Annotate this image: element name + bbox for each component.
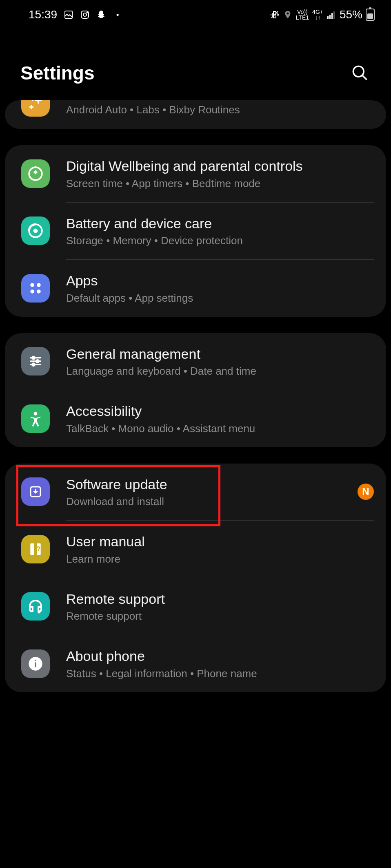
svg-point-17 xyxy=(37,289,41,294)
apps-icon xyxy=(21,274,50,303)
status-time: 15:39 xyxy=(29,8,57,21)
status-bar: 15:39 ● Vo)) LTE1 4G+ ↓↑ 55% xyxy=(0,0,391,29)
row-subtitle: Storage • Memory • Device protection xyxy=(66,234,374,247)
svg-point-2 xyxy=(83,13,87,16)
svg-point-9 xyxy=(353,66,364,77)
vibrate-icon xyxy=(270,10,280,20)
row-text: Accessibility TalkBack • Mono audio • As… xyxy=(66,402,374,435)
settings-row-accessibility[interactable]: Accessibility TalkBack • Mono audio • As… xyxy=(5,390,386,447)
location-icon xyxy=(283,10,293,20)
settings-group-0: Android Auto • Labs • Bixby Routines xyxy=(5,100,386,129)
row-subtitle: Android Auto • Labs • Bixby Routines xyxy=(66,104,374,116)
row-title: User manual xyxy=(66,533,374,550)
notification-badge: N xyxy=(358,484,374,500)
svg-point-24 xyxy=(34,412,38,415)
svg-point-21 xyxy=(32,357,35,360)
net-4g-label: 4G+ ↓↑ xyxy=(312,9,323,20)
row-subtitle: Language and keyboard • Date and time xyxy=(66,365,374,378)
row-title: About phone xyxy=(66,647,374,665)
row-title: Software update xyxy=(66,476,349,493)
row-subtitle: Remote support xyxy=(66,610,374,623)
settings-row-user-manual[interactable]: ? User manual Learn more xyxy=(5,521,386,578)
dot-icon: ● xyxy=(113,10,122,20)
signal-icon xyxy=(327,10,336,20)
user-manual-icon: ? xyxy=(21,535,50,563)
settings-row-general-management[interactable]: General management Language and keyboard… xyxy=(5,333,386,390)
row-text: Android Auto • Labs • Bixby Routines xyxy=(66,101,374,116)
svg-line-10 xyxy=(362,75,367,80)
settings-row-battery-device-care[interactable]: Battery and device care Storage • Memory… xyxy=(5,203,386,260)
row-text: About phone Status • Legal information •… xyxy=(66,647,374,680)
svg-point-13 xyxy=(34,230,37,232)
wellbeing-icon xyxy=(21,159,50,188)
battery-icon xyxy=(366,9,375,21)
general-icon xyxy=(21,347,50,375)
instagram-icon xyxy=(80,10,90,20)
gallery-icon xyxy=(64,10,73,20)
settings-row-digital-wellbeing[interactable]: Digital Wellbeing and parental controls … xyxy=(5,145,386,202)
settings-group-2: General management Language and keyboard… xyxy=(5,333,386,447)
svg-rect-6 xyxy=(329,15,331,19)
row-subtitle: Learn more xyxy=(66,553,374,565)
svg-point-16 xyxy=(30,289,34,294)
snapchat-icon xyxy=(96,10,106,20)
row-title: Battery and device care xyxy=(66,215,374,232)
svg-point-15 xyxy=(37,283,41,287)
svg-point-3 xyxy=(87,12,88,13)
svg-point-27 xyxy=(38,611,40,614)
row-subtitle: Status • Legal information • Phone name xyxy=(66,667,374,680)
settings-group-1: Digital Wellbeing and parental controls … xyxy=(5,145,386,317)
row-text: Digital Wellbeing and parental controls … xyxy=(66,157,374,190)
svg-text:?: ? xyxy=(36,546,40,552)
svg-rect-8 xyxy=(333,11,335,19)
battery-pct: 55% xyxy=(340,8,362,21)
settings-row-remote-support[interactable]: Remote support Remote support xyxy=(5,578,386,635)
row-title: Accessibility xyxy=(66,402,374,420)
row-subtitle: Download and install xyxy=(66,495,349,508)
svg-rect-29 xyxy=(35,662,36,667)
settings-row-advanced-features[interactable]: Android Auto • Labs • Bixby Routines xyxy=(5,100,386,129)
row-title: Apps xyxy=(66,272,374,289)
settings-header: Settings xyxy=(0,29,391,100)
advanced-features-icon xyxy=(21,100,50,117)
row-text: Battery and device care Storage • Memory… xyxy=(66,215,374,247)
status-right: Vo)) LTE1 4G+ ↓↑ 55% xyxy=(270,8,375,21)
row-text: Software update Download and install xyxy=(66,476,349,508)
settings-group-3: Software update Download and install N ?… xyxy=(5,464,386,692)
row-title: Digital Wellbeing and parental controls xyxy=(66,157,374,175)
row-title: General management xyxy=(66,345,374,363)
row-subtitle: Default apps • App settings xyxy=(66,292,374,305)
about-phone-icon xyxy=(21,649,50,678)
svg-point-22 xyxy=(36,360,39,363)
row-subtitle: TalkBack • Mono audio • Assistant menu xyxy=(66,422,374,435)
settings-row-about-phone[interactable]: About phone Status • Legal information •… xyxy=(5,635,386,692)
search-button[interactable] xyxy=(351,63,371,83)
volte-label: Vo)) LTE1 xyxy=(296,9,309,20)
accessibility-icon xyxy=(21,404,50,433)
remote-support-icon xyxy=(21,592,50,621)
row-text: General management Language and keyboard… xyxy=(66,345,374,378)
svg-rect-30 xyxy=(35,660,36,661)
row-subtitle: Screen time • App timers • Bedtime mode xyxy=(66,177,374,190)
row-text: User manual Learn more xyxy=(66,533,374,565)
svg-rect-5 xyxy=(327,16,329,19)
software-update-icon xyxy=(21,477,50,506)
settings-row-software-update[interactable]: Software update Download and install N xyxy=(5,464,386,521)
svg-rect-7 xyxy=(331,13,333,19)
settings-row-apps[interactable]: Apps Default apps • App settings xyxy=(5,260,386,317)
row-title: Remote support xyxy=(66,590,374,608)
row-text: Remote support Remote support xyxy=(66,590,374,623)
svg-point-23 xyxy=(32,363,35,366)
device-care-icon xyxy=(21,216,50,245)
status-left: 15:39 ● xyxy=(29,8,122,21)
svg-point-14 xyxy=(30,283,34,287)
page-title: Settings xyxy=(20,62,94,84)
row-text: Apps Default apps • App settings xyxy=(66,272,374,305)
search-icon xyxy=(351,64,369,82)
